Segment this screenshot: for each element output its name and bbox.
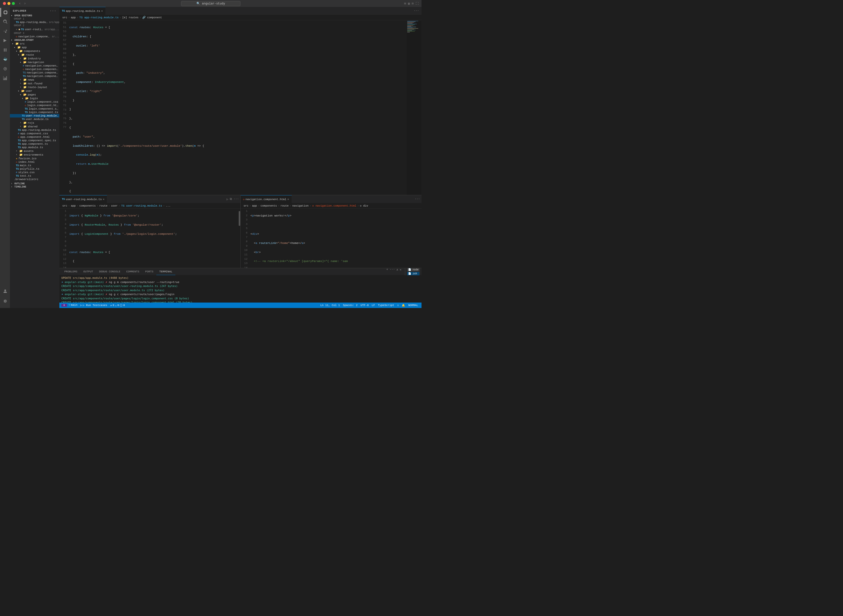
tab-close-button[interactable]: ✕ <box>103 197 104 201</box>
panel-icon[interactable]: ⊡ <box>412 2 413 6</box>
tree-user-module[interactable]: TS user.module.ts <box>10 117 59 121</box>
tree-app[interactable]: ▾ 📁 app <box>10 45 59 49</box>
bottom-right-editor-content[interactable]: 12345678910111213141516 <p>navigation wo… <box>241 208 422 268</box>
tree-nav-html[interactable]: ◇ navigation.component.html <box>10 67 59 71</box>
run-testcases-button[interactable]: ▷ ▷ Run Testcases <box>79 304 109 307</box>
tree-route-layout[interactable]: › 📁 route-layout <box>10 85 59 89</box>
terminal-content[interactable]: UPDATE src/app/app.module.ts (4488 bytes… <box>59 275 421 302</box>
open-editor-navigation[interactable]: ◇ navigation.component.html sr... <box>10 35 59 38</box>
tree-news[interactable]: › 📁 news <box>10 78 59 82</box>
close-editor-icon[interactable]: ✕ <box>16 28 17 31</box>
navigation-html-tab[interactable]: ◇ navigation.component.html ✕ <box>241 195 292 203</box>
tree-main-ts[interactable]: TS main.ts <box>10 164 59 167</box>
branch-status[interactable]: ⑂ main <box>67 304 79 307</box>
terminal-more-button[interactable]: ··· <box>390 268 395 275</box>
more-icon[interactable]: ··· <box>233 197 239 201</box>
tree-login-folder[interactable]: ▾ 📂 login <box>10 97 59 100</box>
vertical-scrollbar[interactable] <box>239 208 240 268</box>
scm-activity-icon[interactable] <box>0 27 9 36</box>
tree-shared[interactable]: › 📁 shared <box>10 125 59 128</box>
maximize-button[interactable] <box>12 2 15 5</box>
open-editor-app-routing[interactable]: TS app-routing.module.ts src/app <box>10 21 59 24</box>
ports-tab[interactable]: PORTS <box>142 268 156 275</box>
open-editor-user-routing[interactable]: ✕ ● TS user-routing.module.ts src/app... <box>10 27 59 32</box>
bottom-left-editor-content[interactable]: 1234567891011121314151617 import { NgMod… <box>59 208 240 268</box>
comments-tab[interactable]: COMMENTS <box>123 268 142 275</box>
tree-industry[interactable]: › 📁 industry <box>10 57 59 60</box>
tree-login-spec[interactable]: TS login.component.spec.ts <box>10 107 59 111</box>
run-icon[interactable]: ▷ <box>227 197 228 201</box>
terminal-close-button[interactable]: ✕ <box>400 268 402 275</box>
tree-navigation[interactable]: ▾ 📂 navigation <box>10 60 59 64</box>
global-search[interactable]: 🔍 angular-study <box>181 1 240 6</box>
tab-more-button[interactable]: ··· <box>411 7 421 15</box>
tree-app-spec[interactable]: TS app.component.spec.ts <box>10 139 59 142</box>
tree-login-css[interactable]: # login.component.css <box>10 100 59 104</box>
scrollbar-thumb[interactable] <box>239 211 240 226</box>
sidebar-icon[interactable]: ▥ <box>408 2 410 6</box>
errors-status[interactable]: ✕ 0 ⚠ 0 ⓘ 0 <box>109 304 126 307</box>
split-icon[interactable]: ⧉ <box>230 197 232 201</box>
explorer-activity-icon[interactable] <box>0 8 9 17</box>
debug-console-tab[interactable]: DEBUG CONSOLE <box>96 268 123 275</box>
account-activity-icon[interactable] <box>0 287 9 296</box>
tree-polyfills[interactable]: TS polyfills.ts <box>10 167 59 171</box>
layout-icon[interactable]: ⊟ <box>404 2 406 6</box>
tree-test-ts[interactable]: TS test.ts <box>10 174 59 177</box>
tab-close-button[interactable]: ✕ <box>101 9 103 13</box>
tree-styles-css[interactable]: # styles.css <box>10 171 59 174</box>
top-editor-content[interactable]: 3151535657585960616263646566676869707172… <box>59 20 421 195</box>
xterm-status[interactable]: X <box>62 304 67 307</box>
docker-activity-icon[interactable]: 🐳 <box>0 55 9 64</box>
tree-app-ts[interactable]: TS app.component.ts <box>10 142 59 146</box>
notify-icon[interactable]: 🔔 <box>400 304 407 307</box>
project-header[interactable]: ▾ ANGULAR-STUDY <box>10 38 59 42</box>
fullscreen-icon[interactable]: ⛶ <box>416 2 419 6</box>
tree-user-routing[interactable]: TS user-routing.module.ts <box>10 114 59 117</box>
tree-pages[interactable]: ▾ 📂 pages <box>10 93 59 97</box>
tree-environments[interactable]: › 📁 environments <box>10 153 59 157</box>
back-button[interactable]: ‹ <box>18 1 22 6</box>
ln-col-status[interactable]: Ln 11, Col 1 <box>319 304 342 307</box>
problems-tab[interactable]: PROBLEMS <box>62 268 81 275</box>
open-editors-header[interactable]: ▾ OPEN EDITORS <box>10 14 59 17</box>
close-button[interactable] <box>3 2 6 5</box>
tree-not-found[interactable]: › 📁 not-found <box>10 82 59 85</box>
search-activity-icon[interactable] <box>0 17 9 26</box>
tree-app-html[interactable]: ◇ app.component.html <box>10 135 59 139</box>
remote-activity-icon[interactable] <box>0 64 9 73</box>
settings-activity-icon[interactable] <box>0 296 9 305</box>
encoding-status[interactable]: UTF-8 <box>359 304 370 307</box>
tree-login-html[interactable]: ◇ login.component.html <box>10 104 59 107</box>
outline-header[interactable]: › OUTLINE <box>10 182 59 185</box>
tree-route[interactable]: ▾ 📁 route <box>10 53 59 57</box>
lang-status[interactable]: TypeScript <box>377 304 396 307</box>
output-tab[interactable]: OUTPUT <box>81 268 96 275</box>
tree-rxjs[interactable]: › 📁 rxjs <box>10 121 59 125</box>
terminal-up-button[interactable]: ∧ <box>396 268 398 275</box>
extensions-activity-icon[interactable] <box>0 45 9 54</box>
tab-close-button[interactable]: ✕ <box>287 197 289 201</box>
feedback-icon[interactable]: ☺ <box>396 304 400 307</box>
user-routing-tab[interactable]: TS user-routing.module.ts ✕ <box>59 195 107 203</box>
explorer-more-button[interactable]: ··· <box>50 9 56 13</box>
app-routing-tab[interactable]: TS app-routing.module.ts ✕ <box>59 7 106 15</box>
line-ending-status[interactable]: LF <box>370 304 377 307</box>
tree-login-ts[interactable]: TS login.component.ts <box>10 111 59 114</box>
tree-favicon[interactable]: ★ favicon.ico <box>10 157 59 160</box>
node-terminal[interactable]: 📄 node <box>407 268 419 271</box>
tree-app-css[interactable]: # app.component.css <box>10 132 59 135</box>
zsh-terminal[interactable]: 📄 zsh <box>407 272 419 275</box>
tree-app-routing[interactable]: TS app-routing.module.ts <box>10 128 59 132</box>
tree-components[interactable]: ▾ 📁 components <box>10 49 59 53</box>
tree-user[interactable]: ▾ 📂 user <box>10 89 59 93</box>
add-terminal-button[interactable]: + <box>386 268 388 275</box>
tree-nav-ts[interactable]: TS navigation.component.ts <box>10 75 59 78</box>
tree-src[interactable]: ▾ 📁 src <box>10 42 59 45</box>
run-activity-icon[interactable] <box>0 36 9 45</box>
minimize-button[interactable] <box>7 2 10 5</box>
forward-button[interactable]: › <box>23 1 27 6</box>
tree-browserslistrc[interactable]: .browserslistrc <box>10 177 59 181</box>
more-icon[interactable]: ··· <box>415 197 420 201</box>
tree-nav-spec[interactable]: TS navigation.component.spec.ts <box>10 71 59 75</box>
